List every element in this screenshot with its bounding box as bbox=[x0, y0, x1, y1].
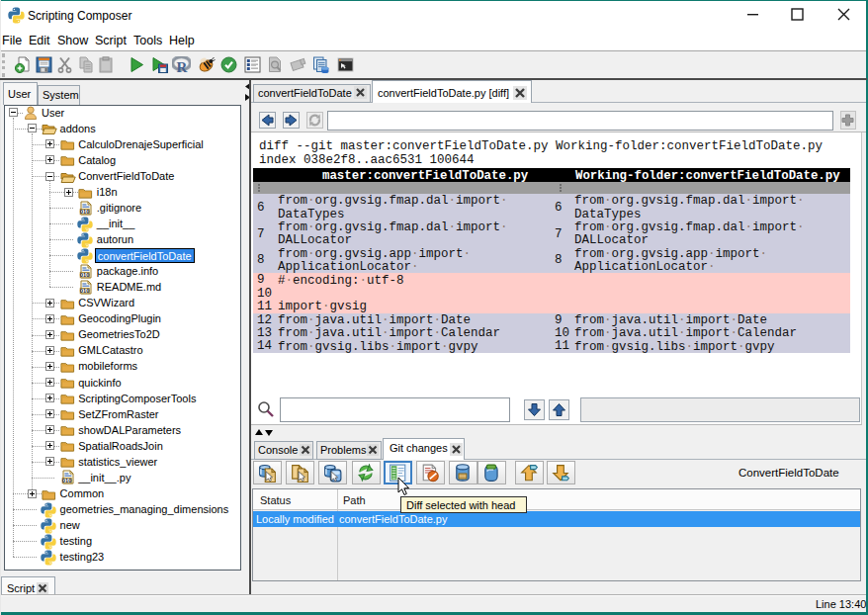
svg-text:010: 010 bbox=[80, 288, 90, 294]
svg-text:010: 010 bbox=[62, 478, 72, 483]
svg-text:010: 010 bbox=[80, 272, 90, 278]
svg-text:010: 010 bbox=[80, 208, 90, 214]
svg-text:R: R bbox=[177, 59, 188, 73]
